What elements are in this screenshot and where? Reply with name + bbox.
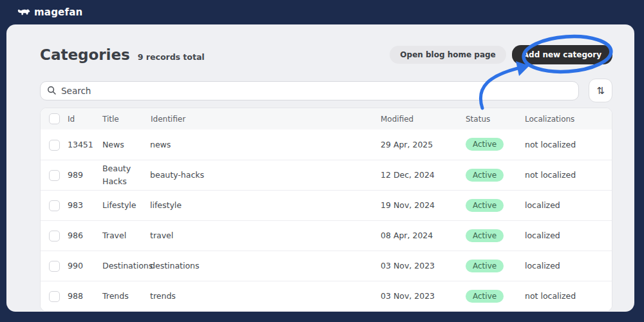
main-content: Categories 9 records total Open blog hom… xyxy=(6,24,634,312)
cell-identifier: travel xyxy=(149,220,379,251)
cell-title: Beauty Hacks xyxy=(101,160,149,190)
cell-title: Lifestyle xyxy=(101,190,149,220)
cell-id: 13451 xyxy=(66,129,101,160)
status-badge: Active xyxy=(466,229,504,242)
table-row[interactable]: 989 Beauty Hacks beauty-hacks 12 Dec, 20… xyxy=(41,160,612,190)
cell-localizations: not localized xyxy=(521,160,612,190)
table-row[interactable]: 983 Lifestyle lifestyle 19 Nov, 2024 Act… xyxy=(41,190,612,220)
row-checkbox[interactable] xyxy=(49,200,60,211)
row-checkbox[interactable] xyxy=(49,291,60,302)
sort-button[interactable]: ⇅ xyxy=(589,79,612,102)
cell-id: 989 xyxy=(66,160,101,190)
cell-localizations: not localized xyxy=(521,129,612,160)
table-row[interactable]: 988 Trends trends 03 Nov, 2023 Active no… xyxy=(41,281,612,311)
cell-id: 990 xyxy=(66,251,101,281)
status-badge: Active xyxy=(466,260,504,272)
column-header-modified[interactable]: Modified xyxy=(379,108,462,129)
add-new-category-button[interactable]: Add new category xyxy=(512,45,612,64)
magefan-logo[interactable]: magefan xyxy=(17,6,82,18)
search-box[interactable] xyxy=(40,81,579,100)
cell-title: News xyxy=(101,129,149,160)
magefan-logo-icon xyxy=(17,8,31,17)
categories-table: Id Title Identifier Modified Status Loca… xyxy=(41,108,612,311)
cell-identifier: beauty-hacks xyxy=(149,160,379,190)
top-navbar: magefan xyxy=(0,0,644,24)
page-header: Categories 9 records total Open blog hom… xyxy=(40,45,612,64)
cell-modified: 08 Apr, 2024 xyxy=(379,220,462,251)
table-header: Id Title Identifier Modified Status Loca… xyxy=(41,108,612,129)
sort-icon: ⇅ xyxy=(596,85,605,97)
cell-title: Trends xyxy=(101,281,149,311)
records-total: 9 records total xyxy=(138,52,205,62)
cell-localizations: not localized xyxy=(521,281,612,311)
cell-title: Travel xyxy=(101,220,149,251)
cell-id: 986 xyxy=(66,220,101,251)
table-body: 13451 News news 29 Apr, 2025 Active not … xyxy=(41,129,612,311)
brand-name: magefan xyxy=(34,6,82,18)
cell-identifier: destinations xyxy=(149,251,379,281)
column-header-title[interactable]: Title xyxy=(101,108,149,129)
cell-identifier: lifestyle xyxy=(149,190,379,220)
cell-modified: 03 Nov, 2023 xyxy=(379,281,462,311)
status-badge: Active xyxy=(466,138,504,151)
row-checkbox[interactable] xyxy=(49,261,60,272)
cell-identifier: news xyxy=(149,129,379,160)
cell-localizations: localized xyxy=(521,220,612,251)
column-header-identifier[interactable]: Identifier xyxy=(149,108,379,129)
select-all-checkbox[interactable] xyxy=(49,113,60,124)
row-checkbox[interactable] xyxy=(49,231,60,242)
cell-id: 988 xyxy=(66,281,101,311)
table-row[interactable]: 13451 News news 29 Apr, 2025 Active not … xyxy=(41,129,612,160)
cell-localizations: localized xyxy=(521,190,612,220)
cell-modified: 19 Nov, 2024 xyxy=(379,190,462,220)
status-badge: Active xyxy=(466,169,504,182)
column-header-status[interactable]: Status xyxy=(462,108,521,129)
page-title: Categories xyxy=(40,46,130,63)
column-header-id[interactable]: Id xyxy=(66,108,101,129)
search-input[interactable] xyxy=(61,86,572,96)
categories-table-card: Id Title Identifier Modified Status Loca… xyxy=(40,108,612,312)
status-badge: Active xyxy=(466,199,504,212)
table-row[interactable]: 986 Travel travel 08 Apr, 2024 Active lo… xyxy=(41,220,612,251)
open-blog-home-button[interactable]: Open blog home page xyxy=(390,46,506,64)
table-row[interactable]: 990 Destinations destinations 03 Nov, 20… xyxy=(41,251,612,281)
search-row: ⇅ xyxy=(40,79,612,102)
cell-localizations: localized xyxy=(521,251,612,281)
row-checkbox[interactable] xyxy=(49,140,60,151)
cell-id: 983 xyxy=(66,190,101,220)
row-checkbox[interactable] xyxy=(49,170,60,181)
cell-modified: 03 Nov, 2023 xyxy=(379,251,462,281)
column-header-localizations[interactable]: Localizations xyxy=(521,108,612,129)
cell-modified: 12 Dec, 2024 xyxy=(379,160,462,190)
cell-title: Destinations xyxy=(101,251,149,281)
cell-identifier: trends xyxy=(149,281,379,311)
status-badge: Active xyxy=(466,290,504,303)
cell-modified: 29 Apr, 2025 xyxy=(379,129,462,160)
search-icon xyxy=(47,86,57,95)
